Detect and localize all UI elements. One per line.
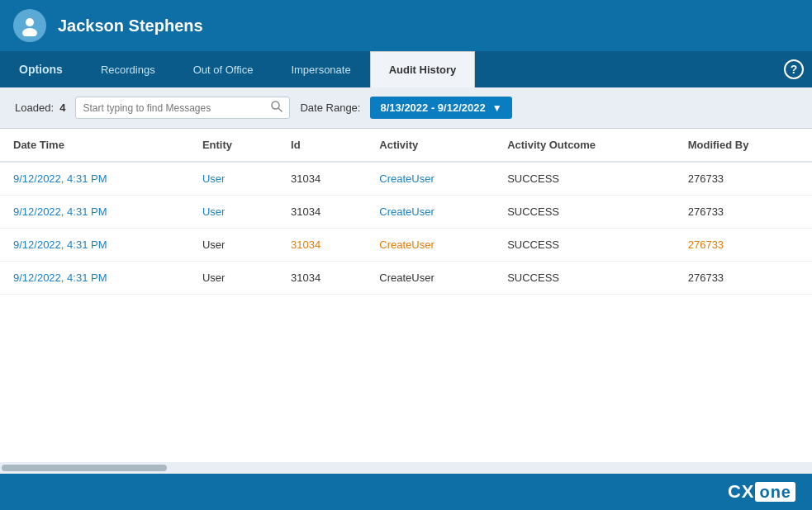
cell-id[interactable]: 31034 bbox=[278, 229, 366, 262]
chevron-down-icon: ▼ bbox=[492, 102, 502, 114]
cell-datetime[interactable]: 9/12/2022, 4:31 PM bbox=[0, 196, 189, 229]
cell-entity[interactable]: User bbox=[189, 196, 278, 229]
search-icon bbox=[271, 101, 283, 115]
audit-table: Date Time Entity Id Activity Activity Ou… bbox=[0, 129, 812, 295]
col-id: Id bbox=[278, 129, 366, 162]
table-row: 9/12/2022, 4:31 PMUser31034CreateUserSUC… bbox=[0, 162, 812, 196]
nav-bar: Options Recordings Out of Office Imperso… bbox=[0, 51, 812, 87]
cell-activity[interactable]: CreateUser bbox=[366, 229, 494, 262]
cell-id: 31034 bbox=[278, 162, 366, 196]
logo-cx: CX bbox=[728, 481, 755, 502]
loaded-count: 4 bbox=[59, 102, 65, 114]
loaded-label: Loaded: 4 bbox=[15, 102, 65, 114]
tab-options[interactable]: Options bbox=[0, 51, 82, 87]
table-row: 9/12/2022, 4:31 PMUser31034CreateUserSUC… bbox=[0, 196, 812, 229]
cell-entity: User bbox=[189, 262, 278, 295]
cell-activity[interactable]: CreateUser bbox=[366, 162, 494, 196]
table-row: 9/12/2022, 4:31 PMUser31034CreateUserSUC… bbox=[0, 262, 812, 295]
cell-entity[interactable]: User bbox=[189, 162, 278, 196]
date-range-value: 8/13/2022 - 9/12/2022 bbox=[380, 102, 485, 114]
col-modified-by: Modified By bbox=[675, 129, 812, 162]
table-container[interactable]: Date Time Entity Id Activity Activity Ou… bbox=[0, 129, 812, 462]
filter-bar: Loaded: 4 Date Range: 8/13/2022 - 9/12/2… bbox=[0, 87, 812, 129]
date-range-button[interactable]: 8/13/2022 - 9/12/2022 ▼ bbox=[370, 97, 511, 119]
svg-point-1 bbox=[22, 28, 37, 36]
scroll-thumb[interactable] bbox=[2, 465, 167, 471]
svg-line-3 bbox=[278, 108, 282, 111]
cell-id: 31034 bbox=[278, 262, 366, 295]
avatar bbox=[13, 9, 46, 42]
date-range-label: Date Range: bbox=[300, 102, 360, 114]
svg-point-0 bbox=[26, 18, 34, 26]
cell-modified-by[interactable]: 276733 bbox=[675, 229, 812, 262]
col-activity: Activity bbox=[366, 129, 494, 162]
col-entity: Entity bbox=[189, 129, 278, 162]
cell-datetime[interactable]: 9/12/2022, 4:31 PM bbox=[0, 229, 189, 262]
cell-activity-outcome: SUCCESS bbox=[494, 196, 675, 229]
tab-recordings[interactable]: Recordings bbox=[82, 51, 174, 87]
cell-activity[interactable]: CreateUser bbox=[366, 196, 494, 229]
table-row: 9/12/2022, 4:31 PMUser31034CreateUserSUC… bbox=[0, 229, 812, 262]
search-container bbox=[75, 97, 290, 119]
cell-activity-outcome: SUCCESS bbox=[494, 229, 675, 262]
table-header-row: Date Time Entity Id Activity Activity Ou… bbox=[0, 129, 812, 162]
cell-activity: CreateUser bbox=[366, 262, 494, 295]
tab-audit-history[interactable]: Audit History bbox=[370, 51, 476, 87]
main-content: Loaded: 4 Date Range: 8/13/2022 - 9/12/2… bbox=[0, 87, 812, 474]
cell-datetime[interactable]: 9/12/2022, 4:31 PM bbox=[0, 162, 189, 196]
cell-id: 31034 bbox=[278, 196, 366, 229]
logo-one: one bbox=[755, 482, 795, 502]
top-header: Jackson Stephens bbox=[0, 0, 812, 51]
cell-modified-by: 276733 bbox=[675, 196, 812, 229]
help-icon: ? bbox=[784, 59, 804, 79]
cell-activity-outcome: SUCCESS bbox=[494, 162, 675, 196]
horizontal-scrollbar[interactable] bbox=[0, 462, 812, 474]
col-datetime: Date Time bbox=[0, 129, 189, 162]
cxone-logo: CXone bbox=[728, 481, 795, 503]
cell-datetime[interactable]: 9/12/2022, 4:31 PM bbox=[0, 262, 189, 295]
tab-impersonate[interactable]: Impersonate bbox=[272, 51, 369, 87]
app-frame: Jackson Stephens Options Recordings Out … bbox=[0, 0, 812, 510]
tab-out-of-office[interactable]: Out of Office bbox=[174, 51, 273, 87]
col-activity-outcome: Activity Outcome bbox=[494, 129, 675, 162]
cell-entity: User bbox=[189, 229, 278, 262]
cell-modified-by: 276733 bbox=[675, 162, 812, 196]
search-input[interactable] bbox=[83, 102, 266, 114]
footer: CXone bbox=[0, 474, 812, 510]
cell-modified-by: 276733 bbox=[675, 262, 812, 295]
help-button[interactable]: ? bbox=[776, 51, 812, 87]
user-name: Jackson Stephens bbox=[58, 17, 203, 35]
cell-activity-outcome: SUCCESS bbox=[494, 262, 675, 295]
